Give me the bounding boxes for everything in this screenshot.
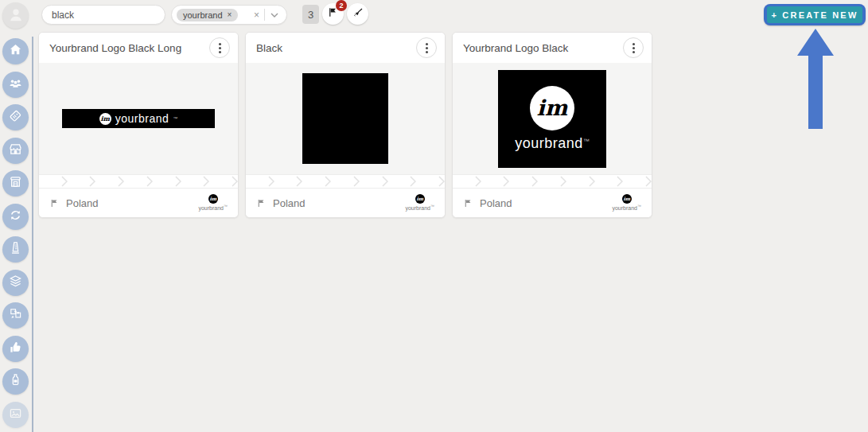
brand-watermark: im yourbrand™ [405, 194, 434, 211]
sidebar-item-media[interactable] [2, 402, 29, 428]
brand-watermark: im yourbrand™ [612, 194, 641, 211]
clear-filter-icon[interactable]: × [249, 10, 264, 21]
banner-stand-icon [7, 239, 24, 259]
asset-card[interactable]: Yourbrand Logo Black Long im yourbrand ™… [38, 32, 239, 218]
users-icon [7, 75, 24, 95]
color-swatch-preview [302, 73, 388, 164]
brand-name: yourbrand [115, 112, 169, 125]
storefront-icon [7, 141, 24, 161]
sidebar-item-banner-stand[interactable] [2, 236, 29, 263]
image-icon [7, 405, 24, 425]
card-title: Yourbrand Logo Black [463, 42, 568, 54]
country-flag-icon [256, 198, 267, 208]
workflow-strip [453, 174, 652, 189]
filter-chip[interactable]: yourbrand × [177, 9, 238, 21]
sidebar-item-products[interactable] [2, 368, 29, 395]
kiosk-icon [7, 173, 24, 193]
card-preview[interactable]: im yourbrand ™ [39, 63, 238, 174]
tag-icon [7, 107, 24, 127]
workflow-strip [39, 174, 238, 189]
brand-mark-icon: im [208, 194, 218, 204]
trademark-symbol: ™ [583, 137, 590, 144]
broom-icon [352, 6, 364, 22]
person-icon [7, 6, 25, 26]
asset-card-grid: Yourbrand Logo Black Long im yourbrand ™… [38, 32, 652, 218]
create-new-button[interactable]: + CREATE NEW [764, 4, 866, 25]
tag-filter-select[interactable]: yourbrand × × [171, 5, 287, 25]
card-header: Yourbrand Logo Black Long [39, 33, 238, 63]
sidebar-item-storefront[interactable] [2, 138, 29, 164]
create-new-pointer-arrow [794, 27, 837, 134]
chevron-down-icon[interactable] [265, 13, 282, 18]
sidebar-item-integrations[interactable] [2, 302, 29, 329]
card-header: Yourbrand Logo Black [453, 33, 652, 63]
country-label: Poland [256, 197, 305, 209]
search-input[interactable] [41, 5, 165, 25]
country-flag-icon [49, 198, 60, 208]
sidebar-item-kiosk[interactable] [2, 170, 29, 197]
card-preview[interactable]: im yourbrand™ [453, 63, 652, 174]
flag-filter-button[interactable]: 2 [322, 3, 344, 25]
sidebar-item-sync[interactable] [2, 204, 29, 230]
country-label: Poland [463, 197, 512, 209]
chip-remove-icon[interactable]: × [228, 10, 232, 19]
card-footer: Poland im yourbrand™ [39, 189, 238, 217]
asset-card[interactable]: Black Poland im yourbrand™ [245, 32, 446, 218]
user-avatar[interactable] [2, 2, 29, 29]
create-new-label: + CREATE NEW [767, 6, 862, 23]
brand-mark-icon: im [415, 194, 425, 204]
brand-watermark: im yourbrand™ [198, 194, 228, 211]
flag-count-badge: 2 [336, 0, 347, 11]
country-flag-icon [463, 198, 473, 208]
brand-name: yourbrand [515, 135, 583, 151]
sync-icon [7, 207, 24, 227]
asset-card[interactable]: Yourbrand Logo Black im yourbrand™ Polan… [452, 32, 652, 218]
filter-chip-label: yourbrand [183, 10, 223, 20]
kebab-menu-button[interactable] [209, 37, 230, 58]
sidebar-item-approvals[interactable] [2, 336, 29, 362]
workflow-strip [246, 174, 445, 189]
clear-filters-button[interactable] [347, 3, 368, 25]
card-title: Yourbrand Logo Black Long [49, 42, 181, 54]
thumbs-up-icon [7, 339, 24, 359]
kebab-menu-button[interactable] [623, 37, 644, 58]
card-title: Black [256, 42, 282, 54]
card-header: Black [246, 33, 445, 63]
kebab-menu-button[interactable] [416, 37, 437, 58]
sidebar-item-users[interactable] [2, 72, 29, 98]
sidebar-item-layers[interactable] [2, 270, 29, 296]
sidebar-divider-line [32, 37, 33, 432]
card-footer: Poland im yourbrand™ [246, 189, 445, 217]
country-label: Poland [49, 197, 98, 209]
home-icon [7, 41, 24, 61]
sidebar-item-home[interactable] [2, 38, 29, 64]
logo-preview-bar: im yourbrand ™ [62, 109, 215, 128]
card-footer: Poland im yourbrand™ [453, 189, 652, 217]
layers-icon [7, 273, 24, 293]
sidebar-item-tags[interactable] [2, 104, 29, 130]
result-count-badge: 3 [302, 5, 319, 24]
brand-mark-icon: im [622, 194, 632, 204]
logo-preview-square: im yourbrand™ [498, 70, 606, 168]
bottle-icon [7, 372, 24, 391]
card-preview[interactable] [246, 63, 445, 174]
puzzle-icon [7, 306, 24, 325]
brand-mark-icon: im [99, 113, 111, 125]
brand-mark-icon: im [530, 86, 574, 130]
trademark-symbol: ™ [173, 116, 177, 121]
